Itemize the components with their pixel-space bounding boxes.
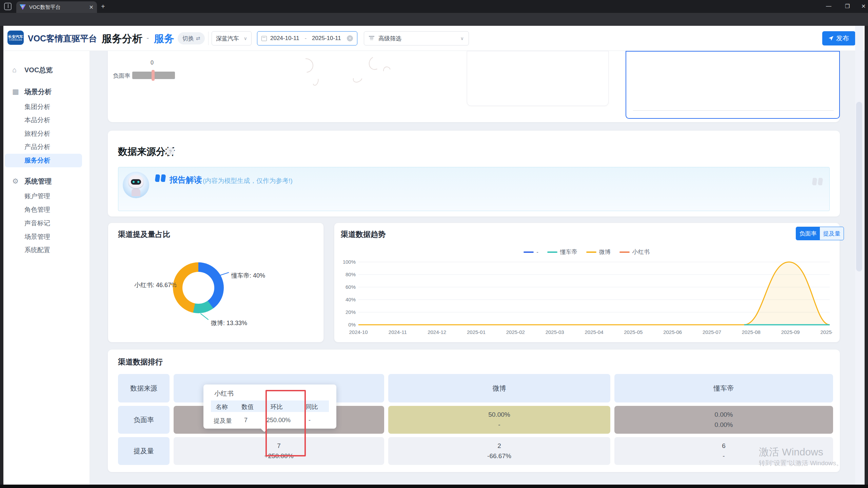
logo-line1: 长安汽车 xyxy=(8,35,23,39)
new-tab-button[interactable]: + xyxy=(101,3,105,11)
sidebar-item-product-analysis[interactable]: 产品分析 xyxy=(0,140,86,154)
donut-label-xiaohongshu: 小红书: 46.67% xyxy=(134,281,177,289)
windows-activation-watermark: 激活 Windows xyxy=(759,445,823,459)
window-restore-button[interactable]: ❐ xyxy=(845,3,850,10)
windows-activation-watermark-sub: 转到“设置”以激活 Windows。 xyxy=(759,459,843,468)
date-separator: - xyxy=(305,35,307,41)
brand-select[interactable]: 深蓝汽车 ∨ xyxy=(212,31,252,45)
sidebar-item-scene-management[interactable]: 场景管理 xyxy=(0,230,86,244)
clear-date-icon[interactable]: ✕ xyxy=(347,35,353,41)
scrollbar-thumb[interactable] xyxy=(856,102,862,271)
svg-text:2024-10: 2024-10 xyxy=(349,329,368,335)
date-range-picker[interactable]: 2024-10-11 - 2025-10-11 ✕ xyxy=(257,31,357,45)
slider-value: 0 xyxy=(151,60,154,66)
quote-close-icon xyxy=(812,178,823,185)
date-end: 2025-10-11 xyxy=(312,35,341,42)
quote-open-icon xyxy=(155,174,165,182)
sidebar-item-group-analysis[interactable]: 集团分析 xyxy=(0,100,86,114)
home-icon: ⌂ xyxy=(12,66,17,74)
svg-text:0%: 0% xyxy=(348,322,356,327)
sidebar-item-scene-analysis[interactable]: ▦ 场景分析 xyxy=(0,85,86,98)
sidebar-item-account-management[interactable]: 账户管理 xyxy=(0,189,86,203)
legend-item[interactable]: 微博 xyxy=(586,248,611,256)
svg-text:2025-10: 2025-10 xyxy=(820,329,832,335)
window-frame-right xyxy=(865,26,868,488)
logo-line2: CHANGAN xyxy=(9,39,22,41)
tooltip-col-name: 名称 xyxy=(216,403,228,411)
previous-subcard-selected xyxy=(626,51,840,119)
window-frame-left xyxy=(0,26,3,488)
legend-item[interactable]: 小红书 xyxy=(619,248,650,256)
tab-title: VOC数智平台 xyxy=(29,4,89,11)
window-minimize-button[interactable]: — xyxy=(826,3,831,9)
legend-item[interactable]: - xyxy=(524,248,538,256)
svg-text:80%: 80% xyxy=(346,271,356,277)
svg-text:60%: 60% xyxy=(346,284,356,290)
cell-mention-weibo[interactable]: 2 -66.67% xyxy=(388,437,610,465)
svg-text:100%: 100% xyxy=(343,259,356,265)
tooltip-col-value: 数值 xyxy=(241,403,254,411)
sidebar-item-voc-overview[interactable]: ⌂ VOC总览 xyxy=(0,63,86,77)
sidebar-item-journey-analysis[interactable]: 旅程分析 xyxy=(0,127,86,140)
metric-toggle: 负面率 提及量 xyxy=(796,227,844,240)
svg-text:2025-03: 2025-03 xyxy=(546,329,564,335)
donut-label-dongchedi: 懂车帝: 40% xyxy=(231,271,265,280)
corner-header-cell: 数据来源 xyxy=(118,374,170,402)
weibo-area-fill xyxy=(744,262,830,325)
title-separator: - xyxy=(146,34,149,42)
slider-handle[interactable] xyxy=(152,70,155,81)
toggle-negative-rate[interactable]: 负面率 xyxy=(796,227,820,240)
page-subtitle: 服务 xyxy=(154,32,174,46)
legend-item[interactable]: 懂车帝 xyxy=(547,248,577,256)
site-favicon xyxy=(20,4,26,10)
brand-select-value: 深蓝汽车 xyxy=(216,35,239,42)
tab-close-icon[interactable]: ✕ xyxy=(89,4,94,11)
toggle-mention-volume[interactable]: 提及量 xyxy=(820,227,844,240)
trend-chart-title: 渠道数据趋势 xyxy=(341,229,386,240)
svg-text:2025-05: 2025-05 xyxy=(624,329,643,335)
sidebar-item-system-config[interactable]: 系统配置 xyxy=(0,243,86,257)
help-icon[interactable]: ? xyxy=(166,147,174,155)
cell-negative-rate-weibo[interactable]: 50.00% - xyxy=(388,406,610,434)
advanced-filter-select[interactable]: 高级筛选 ∨ xyxy=(364,31,469,45)
report-title: 报告解读 xyxy=(170,174,202,185)
platform-name: VOC客情直驱平台 xyxy=(28,33,97,44)
column-header-dongchedi[interactable]: 懂车帝 xyxy=(614,374,833,402)
date-start: 2024-10-11 xyxy=(270,35,299,42)
sidebar-item-voice-tagging[interactable]: 声音标记 xyxy=(0,217,86,230)
trend-line-chart[interactable]: 100% 80% 60% 40% 20% 0% 2024-10 2024-11 … xyxy=(341,255,832,339)
trend-legend: - 懂车帝 微博 小红书 xyxy=(341,248,832,256)
previous-subcard xyxy=(467,51,609,106)
filter-icon xyxy=(369,36,374,41)
publish-button[interactable]: 发布 xyxy=(822,31,855,45)
svg-text:20%: 20% xyxy=(346,309,356,315)
sidebar-item-role-management[interactable]: 角色管理 xyxy=(0,203,86,217)
sidebar-item-own-product-analysis[interactable]: 本品分析 xyxy=(0,113,86,127)
page-scrollbar[interactable] xyxy=(855,26,863,485)
window-close-button[interactable]: ✕ xyxy=(861,3,866,10)
sidebar-item-service-analysis[interactable]: 服务分析 xyxy=(5,154,82,167)
chevron-down-icon: ∨ xyxy=(460,36,464,41)
grid-icon: ▦ xyxy=(12,88,19,96)
sidebar-item-system-management[interactable]: ⚙ 系统管理 xyxy=(0,174,86,188)
svg-text:2025-06: 2025-06 xyxy=(663,329,682,335)
chevron-down-icon: ∨ xyxy=(244,36,247,41)
donut-chart-title: 渠道提及量占比 xyxy=(118,229,170,240)
svg-text:2024-12: 2024-12 xyxy=(428,329,446,335)
calendar-icon xyxy=(261,36,267,41)
column-header-weibo[interactable]: 微博 xyxy=(388,374,610,402)
switch-button[interactable]: 切换 ⇄ xyxy=(178,32,205,44)
ranking-title: 渠道数据排行 xyxy=(118,357,163,367)
send-icon xyxy=(829,36,833,41)
svg-text:2025-08: 2025-08 xyxy=(742,329,761,335)
report-note: (内容为模型生成，仅作为参考!) xyxy=(203,176,293,185)
browser-tab[interactable]: VOC数智平台 ✕ xyxy=(16,1,97,13)
tab-actions-icon[interactable] xyxy=(4,3,12,10)
changan-logo: 长安汽车 CHANGAN xyxy=(7,31,24,45)
channel-share-donut-chart[interactable] xyxy=(173,262,224,313)
cell-negative-rate-dongchedi[interactable]: 0.00% 0.00% xyxy=(614,406,833,434)
svg-text:2025-04: 2025-04 xyxy=(585,329,603,335)
tooltip-row-value: 7 xyxy=(244,417,248,424)
tooltip-title: 小红书 xyxy=(214,389,234,398)
ai-robot-avatar xyxy=(123,172,149,198)
